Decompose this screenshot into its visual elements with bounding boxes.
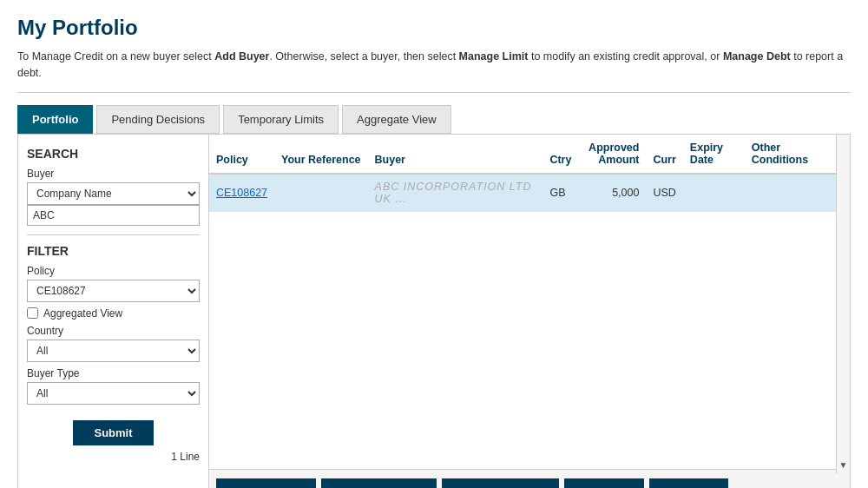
page-title: My Portfolio	[17, 16, 851, 40]
cell-approved-amount: 5,000	[578, 174, 646, 212]
add-buyer-button[interactable]: ADD BUYER	[216, 478, 316, 489]
tab-bar: Portfolio Pending Decisions Temporary Li…	[17, 105, 851, 134]
col-expiry-date: Expiry Date	[683, 135, 745, 174]
table-wrapper: Policy Your Reference Buyer Ctry Approve…	[209, 135, 850, 469]
tab-temporary-limits[interactable]: Temporary Limits	[223, 105, 339, 134]
sidebar: SEARCH Buyer Company Name Reference Poli…	[18, 135, 209, 489]
cell-ctry: GB	[542, 174, 578, 212]
search-input[interactable]	[27, 205, 200, 226]
policy-filter-select[interactable]: CE108627 All	[27, 280, 200, 302]
cell-buyer: ABC INCORPORATION LTD UK ...	[368, 174, 543, 212]
bottom-bar: ADD BUYER MANAGE LIMIT MANAGE DEBT DETAI…	[209, 469, 850, 489]
manage-debt-button[interactable]: MANAGE DEBT	[442, 478, 559, 489]
col-policy: Policy	[209, 135, 274, 174]
search-section-title: SEARCH	[27, 147, 200, 161]
manage-limit-button[interactable]: MANAGE LIMIT	[321, 478, 437, 489]
col-ctry: Ctry	[542, 135, 578, 174]
tab-portfolio[interactable]: Portfolio	[17, 105, 93, 134]
col-approved-amount: Approved Amount	[578, 135, 646, 174]
col-curr: Curr	[646, 135, 682, 174]
country-filter-label: Country	[27, 325, 200, 337]
buyer-search-select[interactable]: Company Name Reference Policy Number	[27, 182, 200, 205]
submit-button[interactable]: Submit	[73, 420, 153, 445]
scroll-bar: ▼	[836, 135, 850, 473]
main-area: SEARCH Buyer Company Name Reference Poli…	[17, 134, 851, 489]
aggregated-view-row: Aggregated View	[27, 307, 200, 320]
tab-aggregate-view[interactable]: Aggregate View	[342, 105, 451, 134]
line-count: 1 Line	[27, 451, 200, 463]
buyer-type-filter-label: Buyer Type	[27, 367, 200, 379]
filter-section-title: FILTER	[27, 244, 200, 258]
table-row[interactable]: CE108627 ABC INCORPORATION LTD UK ... GB…	[209, 174, 850, 212]
aggregated-view-label: Aggregated View	[43, 307, 122, 320]
tab-pending-decisions[interactable]: Pending Decisions	[96, 105, 220, 134]
cell-other-conditions	[745, 174, 836, 212]
buyer-type-filter-select[interactable]: All Public Private	[27, 382, 200, 405]
cell-policy[interactable]: CE108627	[209, 174, 274, 212]
cell-your-reference	[274, 174, 367, 212]
col-buyer: Buyer	[368, 135, 543, 174]
cell-expiry-date	[683, 174, 745, 212]
divider	[27, 234, 200, 235]
policy-filter-label: Policy	[27, 265, 200, 277]
table-header-row: Policy Your Reference Buyer Ctry Approve…	[209, 135, 850, 174]
col-other-conditions: Other Conditions	[745, 135, 836, 174]
export-button[interactable]: EXPORT	[649, 478, 727, 489]
buyer-search-label: Buyer	[27, 168, 200, 180]
aggregated-view-checkbox[interactable]	[27, 307, 38, 319]
cell-curr: USD	[646, 174, 682, 212]
scroll-down-arrow[interactable]: ▼	[839, 460, 848, 470]
buyer-name: ABC INCORPORATION LTD UK ...	[375, 181, 532, 205]
content-area: Policy Your Reference Buyer Ctry Approve…	[209, 135, 850, 489]
col-your-reference: Your Reference	[274, 135, 367, 174]
intro-text: To Manage Credit on a new buyer select A…	[17, 49, 851, 93]
submit-row: Submit	[27, 420, 200, 445]
details-button[interactable]: DETAILS	[564, 478, 644, 489]
country-filter-select[interactable]: All GB US DE	[27, 340, 200, 362]
portfolio-table: Policy Your Reference Buyer Ctry Approve…	[209, 135, 850, 212]
